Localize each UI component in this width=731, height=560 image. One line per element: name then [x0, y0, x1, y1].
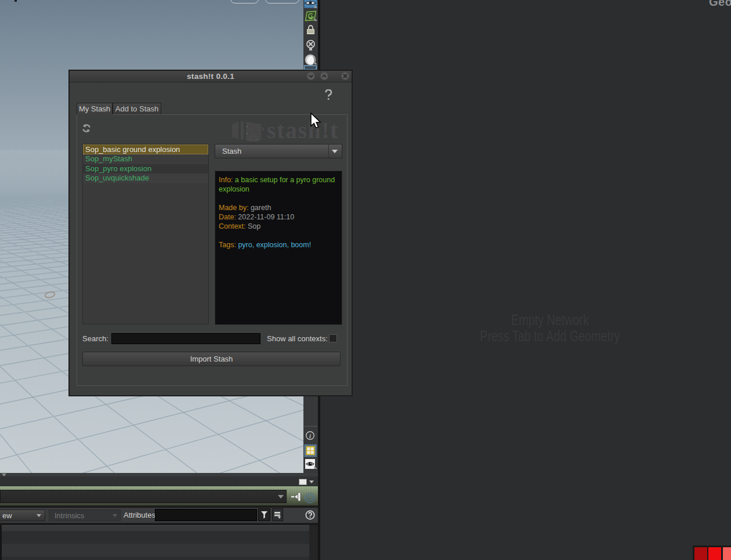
- svg-text:stash!t: stash!t: [267, 120, 339, 143]
- svg-text:i: i: [309, 432, 312, 439]
